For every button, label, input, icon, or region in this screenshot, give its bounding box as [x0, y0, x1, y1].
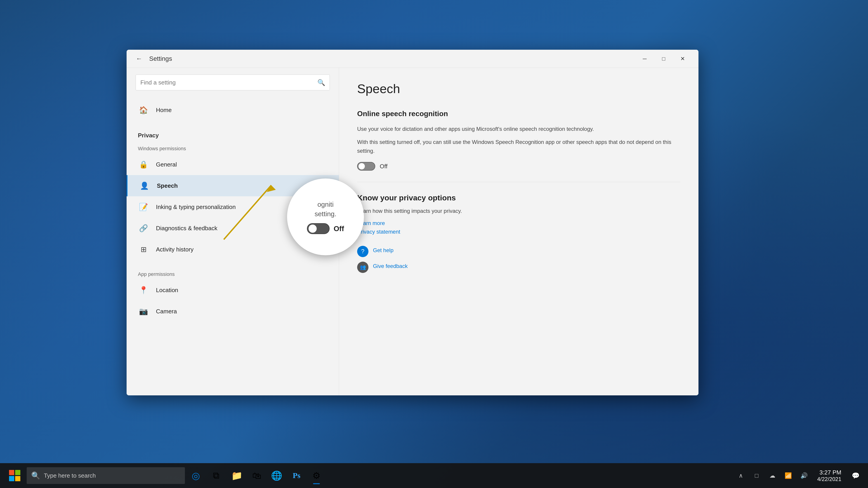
- search-input[interactable]: [135, 74, 330, 90]
- task-view-button[interactable]: ⧉: [207, 466, 225, 485]
- learn-more-link[interactable]: Learn more: [357, 220, 680, 226]
- privacy-label: Privacy: [127, 125, 339, 141]
- taskbar-apps: 📁 🛍 🌐 Ps ⚙: [227, 466, 732, 485]
- zoom-circle: ogniti setting. Off: [287, 178, 364, 255]
- app-permissions-label: App permissions: [127, 267, 339, 280]
- logo-tile-2: [15, 470, 20, 475]
- taskbar-search[interactable]: 🔍 Type here to search: [27, 467, 185, 484]
- file-explorer-button[interactable]: 📁: [227, 466, 246, 485]
- sidebar-search-container: 🔍: [135, 74, 330, 90]
- main-panel: Speech Online speech recognition Use you…: [339, 68, 699, 395]
- settings-icon: ⚙: [312, 470, 320, 481]
- title-bar: ← Settings ─ □ ✕: [127, 50, 699, 68]
- clock-time: 3:27 PM: [819, 469, 841, 476]
- taskbar: 🔍 Type here to search ◎ ⧉ 📁 🛍 🌐 Ps ⚙ ∧ □…: [0, 463, 868, 488]
- store-icon: 🛍: [252, 470, 261, 481]
- diagnostics-icon: 🔗: [138, 223, 149, 234]
- tray-overflow-icon[interactable]: ∧: [734, 469, 747, 482]
- notification-button[interactable]: 💬: [848, 466, 864, 485]
- store-button[interactable]: 🛍: [247, 466, 266, 485]
- tray-volume-icon[interactable]: 🔊: [797, 469, 811, 482]
- location-icon: 📍: [138, 285, 149, 296]
- logo-tile-3: [9, 476, 14, 481]
- photoshop-icon: Ps: [293, 471, 301, 480]
- clock-date: 4/22/2021: [817, 476, 841, 482]
- start-button[interactable]: [4, 466, 25, 485]
- settings-taskbar-button[interactable]: ⚙: [307, 466, 326, 485]
- sidebar-item-home[interactable]: 🏠 Home: [127, 99, 339, 121]
- speech-toggle-label: Off: [380, 163, 388, 170]
- chrome-icon: 🌐: [271, 470, 282, 481]
- zoom-toggle-row: Off: [307, 223, 344, 234]
- search-icon: 🔍: [317, 79, 325, 86]
- give-feedback-row: 👥 Give feedback: [357, 262, 680, 273]
- notification-icon: 💬: [852, 472, 860, 480]
- get-help-row: ? Get help: [357, 246, 680, 257]
- speech-recognition-title: Online speech recognition: [357, 109, 680, 118]
- speech-recognition-desc1: Use your voice for dictation and other a…: [357, 125, 674, 133]
- person-icon: 👤: [139, 180, 150, 191]
- activity-icon: ⊞: [138, 244, 149, 255]
- pen-icon: 📝: [138, 201, 149, 213]
- logo-tile-4: [15, 476, 20, 481]
- system-tray: ∧ □ ☁ 📶 🔊: [734, 469, 811, 482]
- window-title: Settings: [149, 55, 172, 62]
- settings-window: ← Settings ─ □ ✕ 🔍 🏠 Ho: [127, 50, 699, 395]
- zoom-off-label: Off: [334, 225, 344, 233]
- taskbar-search-icon: 🔍: [31, 471, 40, 480]
- taskbar-clock[interactable]: 3:27 PM 4/22/2021: [813, 469, 846, 482]
- zoom-partial-text-line2: setting.: [315, 209, 337, 219]
- tray-desktop-icon[interactable]: □: [750, 469, 763, 482]
- privacy-statement-link[interactable]: Privacy statement: [357, 229, 680, 235]
- windows-permissions-label: Windows permissions: [127, 141, 339, 154]
- zoom-toggle: [307, 223, 330, 234]
- camera-icon: 📷: [138, 306, 149, 317]
- cortana-button[interactable]: ◎: [187, 466, 205, 485]
- minimize-button[interactable]: ─: [636, 52, 654, 66]
- sidebar-item-camera[interactable]: 📷 Camera: [127, 301, 339, 322]
- sidebar-item-location[interactable]: 📍 Location: [127, 280, 339, 301]
- privacy-options-title: Know your privacy options: [357, 193, 680, 202]
- give-feedback-icon: 👥: [357, 262, 368, 273]
- photoshop-button[interactable]: Ps: [287, 466, 306, 485]
- home-label: Home: [156, 107, 172, 113]
- taskbar-search-text: Type here to search: [44, 472, 96, 479]
- main-content: 🔍 🏠 Home Privacy Windows permissions 🔒 G…: [127, 68, 699, 395]
- get-help-link[interactable]: Get help: [373, 247, 394, 254]
- home-icon: 🏠: [138, 104, 149, 116]
- speech-toggle-row: Off: [357, 162, 680, 170]
- tray-onedrive-icon[interactable]: ☁: [766, 469, 779, 482]
- give-feedback-link[interactable]: Give feedback: [373, 263, 408, 269]
- zoom-partial-text-line1: ogniti: [315, 200, 337, 209]
- chrome-button[interactable]: 🌐: [267, 466, 286, 485]
- page-title: Speech: [357, 81, 680, 96]
- lock-icon: 🔒: [138, 159, 149, 170]
- sidebar-item-general[interactable]: 🔒 General: [127, 154, 339, 175]
- get-help-icon: ?: [357, 246, 368, 257]
- file-explorer-icon: 📁: [231, 470, 243, 481]
- windows-logo: [9, 470, 20, 481]
- maximize-button[interactable]: □: [655, 52, 673, 66]
- zoom-toggle-knob: [309, 225, 317, 233]
- back-button[interactable]: ←: [133, 53, 145, 64]
- logo-tile-1: [9, 470, 14, 475]
- close-button[interactable]: ✕: [674, 52, 692, 66]
- toggle-knob: [359, 163, 365, 169]
- speech-recognition-desc2: With this setting turned off, you can st…: [357, 138, 674, 155]
- section-divider: [357, 182, 680, 182]
- window-controls: ─ □ ✕: [636, 52, 692, 66]
- privacy-options-desc: Learn how this setting impacts your priv…: [357, 207, 674, 215]
- tray-network-icon[interactable]: 📶: [781, 469, 795, 482]
- speech-toggle[interactable]: [357, 162, 375, 170]
